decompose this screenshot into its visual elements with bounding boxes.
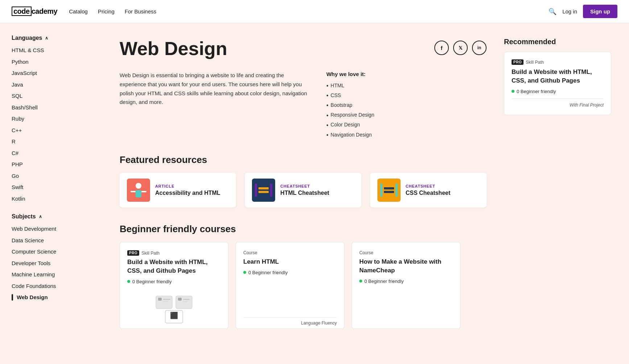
sidebar-item-swift[interactable]: Swift [12,183,96,192]
sidebar-item-java[interactable]: Java [12,80,96,89]
svg-text:⬛: ⬛ [170,311,178,319]
sidebar-item-sql[interactable]: SQL [12,91,96,101]
course-title: Build a Website with HTML, CSS, and Gith… [127,258,221,275]
course-card-namecheap[interactable]: Course How to Make a Website with NameCh… [352,242,460,329]
featured-card-accessibility[interactable]: ARTICLE Accessibility and HTML [120,173,236,208]
featured-thumb-html [252,179,275,202]
why-love-section: Why we love it: HTML CSS Bootstrap Respo… [326,71,487,140]
card-name-label: HTML Cheatsheet [280,190,329,196]
social-icons: f 𝕏 in [434,38,487,55]
svg-rect-13 [384,191,394,193]
search-button[interactable]: 🔍 [549,8,556,16]
course-title: How to Make a Website with NameCheap [359,258,453,275]
sidebar-item-html-css[interactable]: HTML & CSS [12,46,96,55]
nav-catalog[interactable]: Catalog [69,8,88,14]
main-content: Web Design f 𝕏 in Web Design is essentia… [105,23,504,364]
list-item: Code Foundations [12,281,96,291]
list-item: SQL [12,91,96,101]
page-title: Web Design [120,38,227,59]
logo-academy-text: cademy [32,7,58,15]
featured-card-info: ARTICLE Accessibility and HTML [155,184,220,196]
sidebar-item-cpp[interactable]: C++ [12,126,96,135]
courses-grid: PRO Skill Path Build a Website with HTML… [120,242,487,329]
list-item: Java [12,80,96,89]
facebook-share-button[interactable]: f [434,41,449,55]
svg-rect-22 [183,301,187,302]
green-dot-icon [243,271,246,274]
green-dot-icon [359,280,362,283]
sidebar-item-javascript[interactable]: JavaScript [12,68,96,78]
sidebar-item-developer-tools[interactable]: Developer Tools [12,259,96,268]
svg-point-1 [136,183,141,189]
course-card-build-website[interactable]: PRO Skill Path Build a Website with HTML… [120,242,228,329]
sidebar-item-web-development[interactable]: Web Development [12,224,96,234]
languages-section-title: Languages ∧ [12,35,96,41]
sidebar-item-data-science[interactable]: Data Science [12,236,96,245]
list-item: Bootstrap [326,100,487,110]
linkedin-share-button[interactable]: in [472,41,487,55]
sidebar-item-web-design[interactable]: Web Design [12,293,96,302]
featured-card-info: CHEATSHEET HTML Cheatsheet [280,184,329,196]
sidebar-item-ruby[interactable]: Ruby [12,114,96,124]
description-section: Web Design is essential to bringing a we… [120,71,487,140]
svg-rect-3 [131,191,136,192]
languages-chevron: ∧ [45,35,48,41]
linkedin-icon: in [477,45,481,50]
svg-rect-21 [183,299,190,300]
recommended-title: Recommended [504,38,611,46]
sidebar-item-bash-shell[interactable]: Bash/Shell [12,103,96,112]
search-icon: 🔍 [549,8,556,15]
beginner-tag: 0 Beginner friendly [359,279,453,284]
svg-rect-11 [380,184,382,197]
logo[interactable]: codecademy [12,7,57,16]
navbar: codecademy Catalog Pricing For Business … [0,0,629,23]
featured-thumb-css [377,179,401,202]
list-item: Web Design [12,293,96,302]
course-title: Learn HTML [243,258,337,266]
subjects-list: Web Development Data Science Computer Sc… [12,224,96,302]
subjects-section-title: Subjects ∧ [12,213,96,220]
list-item: Go [12,171,96,181]
featured-card-html-cheatsheet[interactable]: CHEATSHEET HTML Cheatsheet [245,173,361,208]
list-item: Machine Learning [12,270,96,279]
sidebar-item-machine-learning[interactable]: Machine Learning [12,270,96,279]
svg-rect-4 [141,191,146,192]
active-indicator [12,294,13,301]
sidebar-item-computer-science[interactable]: Computer Science [12,247,96,256]
list-item: Computer Science [12,247,96,256]
why-love-title: Why we love it: [326,71,487,77]
list-item: Web Development [12,224,96,234]
list-item: Python [12,57,96,67]
twitter-share-button[interactable]: 𝕏 [453,41,468,55]
list-item: Data Science [12,236,96,245]
card-name-label: Accessibility and HTML [155,190,220,196]
nav-for-business[interactable]: For Business [125,8,157,14]
sidebar-item-code-foundations[interactable]: Code Foundations [12,281,96,291]
svg-rect-16 [158,298,162,301]
featured-card-css-cheatsheet[interactable]: CHEATSHEET CSS Cheatsheet [370,173,487,208]
course-card-learn-html[interactable]: Course Learn HTML 0 Beginner friendly La… [236,242,344,329]
svg-rect-7 [258,187,269,189]
navbar-links: Catalog Pricing For Business [69,8,549,14]
featured-grid: ARTICLE Accessibility and HTML [120,173,487,208]
sidebar-item-go[interactable]: Go [12,171,96,181]
recommended-panel: Recommended PRO Skill Path Build a Websi… [504,23,620,364]
languages-list: HTML & CSS Python JavaScript Java SQL Ba… [12,46,96,203]
list-item: Swift [12,183,96,192]
sidebar-item-kotlin[interactable]: Kotlin [12,194,96,204]
sidebar-item-python[interactable]: Python [12,57,96,67]
nav-pricing[interactable]: Pricing [98,8,115,14]
page-description: Web Design is essential to bringing a we… [120,71,312,140]
recommended-card[interactable]: PRO Skill Path Build a Website with HTML… [504,52,611,115]
card-type-label: CHEATSHEET [280,184,329,188]
course-card-image: ⬛ [127,292,221,329]
signup-button[interactable]: Sign up [583,5,617,18]
login-button[interactable]: Log in [562,8,577,14]
beginner-tag: 0 Beginner friendly [512,89,604,94]
sidebar-item-php[interactable]: PHP [12,160,96,169]
list-item: C# [12,148,96,158]
rec-card-type: PRO Skill Path [512,59,604,65]
svg-rect-19 [176,296,192,309]
sidebar-item-csharp[interactable]: C# [12,148,96,158]
sidebar-item-r[interactable]: R [12,137,96,146]
